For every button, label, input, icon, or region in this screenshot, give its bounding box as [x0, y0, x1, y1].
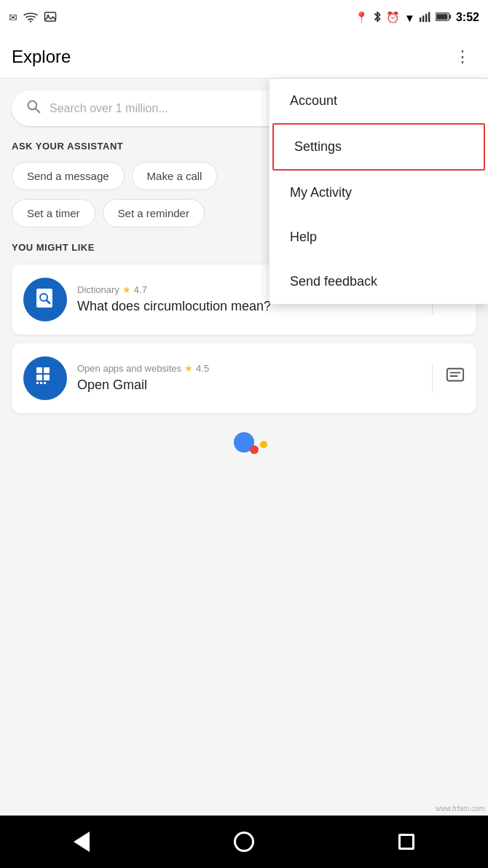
dictionary-rating: 4.7 [134, 284, 147, 295]
bluetooth-icon [373, 10, 382, 26]
location-icon: 📍 [355, 11, 369, 24]
home-circle-icon [234, 832, 254, 852]
back-arrow-icon [74, 832, 90, 852]
svg-rect-1 [45, 12, 56, 21]
dropdown-item-settings[interactable]: Settings [272, 123, 485, 171]
chip-set-reminder[interactable]: Set a reminder [103, 199, 205, 227]
dropdown-item-help[interactable]: Help [269, 215, 488, 259]
chip-make-call[interactable]: Make a call [132, 162, 218, 190]
signal-icon [420, 11, 431, 25]
battery-icon [436, 12, 452, 24]
svg-rect-8 [436, 14, 447, 20]
nav-recents-button[interactable] [385, 820, 428, 864]
gmail-star: ★ [184, 363, 193, 374]
gmail-card-title: Open Gmail [77, 377, 419, 394]
watermark: www.frfam.com [436, 805, 485, 813]
google-assistant-dots[interactable] [234, 432, 254, 453]
svg-rect-23 [36, 382, 39, 384]
card-gmail[interactable]: Open apps and websites ★ 4.5 Open Gmail [12, 343, 476, 413]
svg-rect-5 [425, 14, 427, 22]
svg-rect-24 [40, 382, 42, 384]
dot-red [250, 445, 259, 454]
dropdown-menu: Account Settings My Activity Help Send f… [269, 79, 488, 304]
chip-set-timer[interactable]: Set a timer [12, 199, 95, 227]
app-title: Explore [12, 47, 71, 67]
dropdown-item-my-activity[interactable]: My Activity [269, 171, 488, 215]
image-icon [44, 11, 57, 25]
book-icon [34, 286, 57, 314]
wifi-icon [23, 11, 38, 25]
gmail-category: Open apps and websites [77, 363, 181, 374]
search-placeholder: Search over 1 million... [50, 102, 168, 115]
svg-rect-9 [449, 15, 452, 18]
search-icon [26, 99, 41, 117]
wifi-full-icon: ▼ [404, 12, 415, 24]
gmail-chat-icon[interactable] [446, 367, 465, 390]
app-bar: Explore ⋮ [0, 35, 488, 79]
grid-icon [34, 365, 56, 392]
recents-square-icon [398, 834, 414, 850]
svg-rect-6 [428, 12, 430, 22]
svg-rect-26 [447, 369, 463, 381]
svg-rect-20 [44, 367, 50, 373]
chip-send-message[interactable]: Send a message [12, 162, 125, 190]
svg-rect-3 [420, 17, 421, 21]
svg-line-11 [36, 109, 39, 112]
nav-back-button[interactable] [60, 820, 103, 864]
assistant-bottom [12, 422, 476, 458]
svg-rect-22 [44, 375, 50, 380]
navigation-bar [0, 816, 488, 868]
card-2-divider [432, 364, 433, 393]
alarm-icon: ⏰ [386, 11, 400, 24]
dropdown-item-send-feedback[interactable]: Send feedback [269, 259, 488, 304]
status-bar-left-icons: ✉ [9, 11, 57, 25]
you-might-like-title: YOU MIGHT LIKE [12, 242, 95, 253]
gmail-card-body: Open apps and websites ★ 4.5 Open Gmail [77, 363, 419, 394]
dropdown-item-account[interactable]: Account [269, 79, 488, 123]
more-options-icon[interactable]: ⋮ [449, 44, 476, 69]
nav-home-button[interactable] [222, 820, 266, 864]
gmail-card-meta: Open apps and websites ★ 4.5 [77, 363, 419, 374]
svg-rect-21 [36, 375, 42, 380]
gmail-rating: 4.5 [196, 363, 209, 374]
gmail-icon: ✉ [9, 12, 17, 23]
dictionary-star: ★ [122, 284, 131, 295]
status-bar: ✉ 📍 ⏰ ▼ 3:52 [0, 0, 488, 35]
dictionary-icon-circle [23, 278, 67, 321]
dictionary-category: Dictionary [77, 284, 119, 295]
svg-point-0 [30, 20, 31, 22]
dot-yellow [260, 441, 267, 448]
svg-rect-4 [422, 15, 424, 22]
svg-rect-19 [36, 367, 42, 373]
gmail-card-icon-circle [23, 356, 67, 400]
svg-rect-25 [44, 382, 46, 384]
time-display: 3:52 [456, 11, 479, 24]
status-bar-right-icons: 📍 ⏰ ▼ 3:52 [355, 10, 479, 26]
